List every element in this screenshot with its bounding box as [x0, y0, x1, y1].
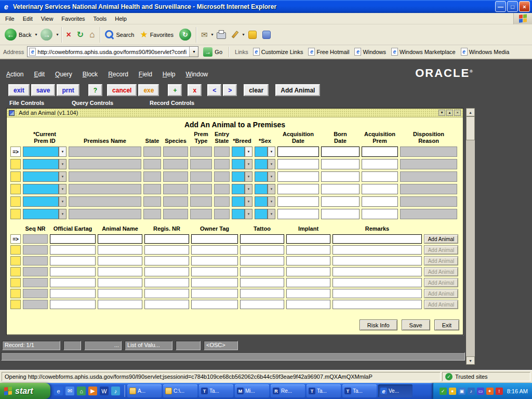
oracle-menu-field[interactable]: Field: [139, 71, 152, 78]
print-button[interactable]: [214, 26, 229, 44]
current-prem-id-dropdown-icon[interactable]: ▼: [59, 184, 66, 194]
sex-dropdown-icon[interactable]: ▼: [268, 147, 275, 157]
implant-field[interactable]: [286, 267, 330, 276]
official-eartag-field[interactable]: [50, 267, 96, 276]
menu-favorites[interactable]: Favorites: [57, 14, 89, 23]
oracle-add-animal-button[interactable]: Add Animal: [275, 84, 320, 96]
regis-nr-field[interactable]: [144, 234, 189, 244]
current-prem-id-field[interactable]: [23, 209, 59, 219]
breed-dropdown-icon[interactable]: ▼: [245, 159, 252, 169]
tattoo-field[interactable]: [240, 300, 284, 309]
acquisition-prem-field[interactable]: [362, 184, 398, 194]
remarks-field[interactable]: [332, 245, 422, 255]
task-button-0[interactable]: A...: [127, 384, 162, 397]
address-dropdown-icon[interactable]: ▼: [189, 47, 198, 57]
acquisition-prem-field[interactable]: [362, 159, 398, 169]
discuss-button[interactable]: [260, 26, 273, 44]
official-eartag-field[interactable]: [50, 256, 96, 265]
tattoo-field[interactable]: [240, 289, 284, 298]
vertical-scrollbar[interactable]: ▲ ▼: [466, 108, 475, 365]
oracle-menu-block[interactable]: Block: [83, 71, 98, 78]
acquisition-prem-field[interactable]: [362, 209, 398, 219]
security-center-icon[interactable]: ✓: [440, 388, 447, 395]
msn-icon[interactable]: ♪: [111, 387, 120, 395]
breed-field[interactable]: [232, 196, 245, 207]
outlook-express-icon[interactable]: ✉: [65, 387, 74, 395]
official-eartag-field[interactable]: [50, 234, 96, 244]
official-eartag-field[interactable]: [50, 278, 96, 287]
link-windows[interactable]: eWindows: [352, 48, 389, 56]
network-icon[interactable]: ▣: [458, 388, 466, 395]
tattoo-field[interactable]: [240, 245, 284, 255]
menu-view[interactable]: View: [37, 14, 58, 23]
sex-field[interactable]: [255, 171, 268, 182]
born-date-field[interactable]: [321, 171, 360, 182]
link-free-hotmail[interactable]: eFree Hotmail: [305, 48, 352, 56]
oracle-prnt-button[interactable]: prnt: [57, 84, 79, 96]
breed-dropdown-icon[interactable]: ▼: [245, 196, 252, 207]
oracle-menu-window[interactable]: Window: [186, 71, 208, 78]
close-icon[interactable]: ×: [519, 1, 530, 12]
sex-dropdown-icon[interactable]: ▼: [268, 159, 275, 169]
sex-field[interactable]: [255, 184, 268, 194]
current-prem-id-field[interactable]: [23, 159, 59, 169]
form-shrink-icon[interactable]: ▾: [438, 110, 445, 116]
remarks-field[interactable]: [332, 300, 422, 309]
menu-help[interactable]: Help: [111, 14, 131, 23]
born-date-field[interactable]: [321, 209, 360, 219]
owner-tag-field[interactable]: [191, 300, 238, 309]
oracle-item-button[interactable]: ?: [88, 84, 102, 96]
owner-tag-field[interactable]: [191, 256, 238, 265]
menu-tools[interactable]: Tools: [89, 14, 111, 23]
media-player-icon[interactable]: ▶: [88, 387, 97, 395]
favorites-button[interactable]: ★ Favorites: [137, 26, 176, 44]
windows-update-icon[interactable]: ●: [449, 388, 456, 395]
implant-field[interactable]: [286, 234, 330, 244]
animal-name-field[interactable]: [98, 267, 142, 276]
breed-dropdown-icon[interactable]: ▼: [245, 171, 252, 182]
task-button-2[interactable]: TTa...: [199, 384, 233, 397]
current-prem-id-field[interactable]: [23, 184, 59, 194]
breed-dropdown-icon[interactable]: ▼: [245, 184, 252, 194]
task-button-6[interactable]: TTa...: [342, 384, 377, 397]
internet-explorer-icon[interactable]: e: [54, 387, 63, 395]
implant-field[interactable]: [286, 256, 330, 265]
task-button-3[interactable]: MMi...: [235, 384, 269, 397]
remarks-field[interactable]: [332, 234, 422, 244]
task-button-5[interactable]: TTa...: [307, 384, 341, 397]
home-button[interactable]: ⌂: [87, 26, 97, 44]
volume-icon[interactable]: ♪: [468, 388, 475, 395]
regis-nr-field[interactable]: [144, 300, 189, 309]
risk-info-button[interactable]: Risk Info: [360, 320, 397, 330]
oracle-menu-help[interactable]: Help: [163, 71, 176, 78]
tattoo-field[interactable]: [240, 267, 284, 276]
sex-dropdown-icon[interactable]: ▼: [268, 184, 275, 194]
implant-field[interactable]: [286, 289, 330, 298]
current-prem-id-dropdown-icon[interactable]: ▼: [59, 159, 66, 169]
task-button-7[interactable]: eVe...: [378, 384, 413, 397]
link-windows-media[interactable]: eWindows Media: [458, 48, 512, 56]
owner-tag-field[interactable]: [191, 289, 238, 298]
animal-name-field[interactable]: [98, 300, 142, 309]
official-eartag-field[interactable]: [50, 300, 96, 309]
current-prem-id-dropdown-icon[interactable]: ▼: [59, 196, 66, 207]
save-button[interactable]: Save: [402, 320, 430, 330]
owner-tag-field[interactable]: [191, 278, 238, 287]
mail-dropdown-icon[interactable]: ▾: [210, 32, 214, 37]
breed-field[interactable]: [232, 171, 245, 182]
animal-name-field[interactable]: [98, 234, 142, 244]
alert-icon[interactable]: !: [496, 388, 503, 395]
animal-name-field[interactable]: [98, 289, 142, 298]
tattoo-field[interactable]: [240, 256, 284, 265]
oracle-menu-action[interactable]: Action: [6, 71, 23, 78]
oracle-clear-button[interactable]: clear: [244, 84, 269, 96]
current-prem-id-field[interactable]: [23, 147, 59, 157]
born-date-field[interactable]: [321, 159, 360, 169]
maximize-icon[interactable]: □: [507, 1, 518, 12]
back-button[interactable]: ← Back: [2, 26, 34, 44]
scroll-up-icon[interactable]: ▲: [466, 108, 475, 116]
implant-field[interactable]: [286, 278, 330, 287]
breed-field[interactable]: [232, 147, 245, 157]
acquisition-prem-field[interactable]: [362, 171, 398, 182]
task-button-1[interactable]: C:\...: [163, 384, 197, 397]
